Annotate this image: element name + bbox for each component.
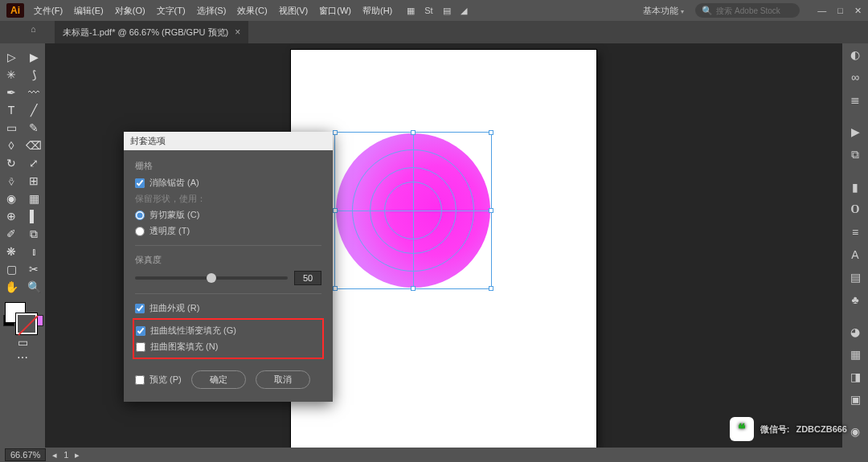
symbol-sprayer-tool[interactable]: ❋ [0,243,23,260]
zoom-tool[interactable]: 🔍 [23,278,45,296]
arrange-icon[interactable]: ▤ [443,6,451,16]
ok-button[interactable]: 确定 [191,370,246,389]
slice-tool[interactable]: ✂ [23,260,45,278]
symbols-panel-icon[interactable]: ◉ [850,425,860,438]
layers-panel-icon[interactable]: ≣ [850,93,860,106]
transparency-radio[interactable] [135,227,145,236]
window-close[interactable]: ✕ [854,6,862,16]
edit-toolbar[interactable]: ⋯ [0,349,45,366]
stock-icon[interactable]: St [424,6,432,16]
menu-view[interactable]: 视图(V) [279,5,309,17]
distort-pattern-option[interactable]: 扭曲图案填充 (N) [136,341,321,353]
window-minimize[interactable]: — [817,6,826,16]
shape-builder-tool[interactable]: ◉ [0,190,23,207]
search-box[interactable]: 🔍 [695,3,800,18]
shaper-tool[interactable]: ◊ [0,137,23,154]
status-nav-prev[interactable]: ◂ [52,450,57,460]
graph-tool[interactable]: ⫾ [23,243,45,260]
link-panel-icon[interactable]: ⧉ [851,148,859,161]
eyedropper-tool[interactable]: ✐ [0,225,23,243]
distort-appearance-checkbox[interactable] [135,304,145,313]
eraser-tool[interactable]: ⌫ [23,137,45,154]
antialias-checkbox[interactable] [135,178,145,188]
menu-select[interactable]: 选择(S) [197,5,227,17]
selection-tool[interactable]: ▷ [0,48,23,66]
clip-mask-option[interactable]: 剪切蒙版 (C) [135,209,321,221]
home-icon[interactable]: ⌂ [31,24,36,34]
swatches-panel-icon[interactable]: ♣ [851,293,858,306]
antialias-option[interactable]: 消除锯齿 (A) [135,177,321,189]
hand-tool[interactable]: ✋ [0,278,23,296]
play-panel-icon[interactable]: ▶ [851,125,860,138]
resize-handle[interactable] [489,208,493,213]
selection-bounding-box[interactable] [334,132,492,289]
fill-stroke-swatch[interactable] [0,301,45,341]
color-panel-icon[interactable]: ◨ [850,370,861,383]
distort-pattern-checkbox[interactable] [136,342,145,352]
transparency-option[interactable]: 透明度 (T) [135,225,321,237]
clip-mask-radio[interactable] [135,211,145,220]
menu-type[interactable]: 文字(T) [157,5,186,17]
type-panel-icon[interactable]: O [851,203,860,216]
perspective-tool[interactable]: ▦ [23,190,45,207]
menu-object[interactable]: 对象(O) [115,5,145,17]
menu-help[interactable]: 帮助(H) [362,5,392,17]
rotate-tool[interactable]: ↻ [0,154,23,172]
preview-option[interactable]: 预览 (P) [135,374,182,386]
search-input[interactable] [716,6,793,15]
resize-handle[interactable] [411,130,416,135]
menu-file[interactable]: 文件(F) [34,5,63,17]
align-panel-icon[interactable]: ▤ [850,271,861,284]
fidelity-value[interactable]: 50 [294,271,321,285]
stroke-panel-icon[interactable]: ≡ [852,226,858,239]
character-panel-icon[interactable]: A [851,248,858,261]
slider-thumb[interactable] [207,273,216,283]
direct-selection-tool[interactable]: ▶ [23,48,45,66]
fidelity-slider[interactable] [135,276,288,280]
width-tool[interactable]: ⎀ [0,172,23,190]
preview-checkbox[interactable] [135,375,145,385]
gradient-tool[interactable]: ▌ [23,207,45,225]
resize-handle[interactable] [411,286,416,291]
bridge-icon[interactable]: ▦ [407,6,415,16]
cancel-button[interactable]: 取消 [256,370,310,389]
artboard-tool[interactable]: ▢ [0,260,23,278]
free-transform-tool[interactable]: ⊞ [23,172,45,190]
workspace-switcher[interactable]: 基本功能 ▾ [643,5,684,17]
scale-tool[interactable]: ⤢ [23,154,45,172]
paintbrush-tool[interactable]: ✎ [23,119,45,137]
pen-tool[interactable]: ✒ [0,84,23,101]
resize-handle[interactable] [489,130,493,135]
gpu-icon[interactable]: ◢ [461,6,467,16]
resize-handle[interactable] [489,286,493,291]
brushes-panel-icon[interactable]: ▮ [852,181,858,194]
zoom-level[interactable]: 66.67% [5,448,46,461]
document-tab[interactable]: 未标题-1.pdf* @ 66.67% (RGB/GPU 预览) × [55,21,248,43]
rectangle-tool[interactable]: ▭ [0,119,23,137]
window-maximize[interactable]: □ [837,6,843,16]
magic-wand-tool[interactable]: ✳ [0,66,23,84]
distort-gradient-checkbox[interactable] [136,326,145,336]
resize-handle[interactable] [333,208,338,213]
document-tab-close[interactable]: × [235,27,240,38]
blend-tool[interactable]: ⧉ [23,225,45,243]
lasso-tool[interactable]: ⟆ [23,66,45,84]
properties-panel-icon[interactable]: ◐ [850,48,860,61]
stroke-swatch[interactable] [16,313,37,334]
transform-panel-icon[interactable]: ▦ [850,348,861,361]
distort-appearance-option[interactable]: 扭曲外观 (R) [135,302,321,314]
libraries-panel-icon[interactable]: ∞ [851,71,859,84]
line-tool[interactable]: ╱ [23,101,45,119]
curvature-tool[interactable]: 〰 [23,84,45,101]
resize-handle[interactable] [333,286,338,291]
appearance-panel-icon[interactable]: ◕ [850,325,860,338]
status-nav-next[interactable]: ▸ [75,450,80,460]
artboard[interactable] [291,50,596,448]
artboards-panel-icon[interactable]: ▣ [850,393,861,406]
type-tool[interactable]: T [0,101,23,119]
mesh-tool[interactable]: ⊕ [0,207,23,225]
menu-effect[interactable]: 效果(C) [237,5,267,17]
menu-edit[interactable]: 编辑(E) [74,5,104,17]
menu-window[interactable]: 窗口(W) [319,5,351,17]
distort-gradient-option[interactable]: 扭曲线性渐变填充 (G) [136,325,321,337]
